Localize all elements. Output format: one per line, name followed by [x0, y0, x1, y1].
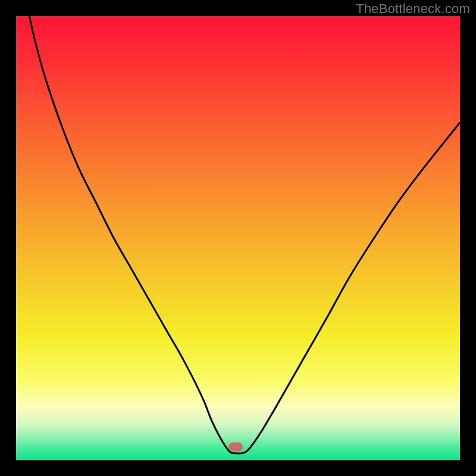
optimal-marker	[228, 443, 243, 452]
bottleneck-curve	[16, 16, 460, 460]
chart-frame: TheBottleneck.com	[0, 0, 476, 476]
plot-area	[16, 16, 460, 460]
watermark-text: TheBottleneck.com	[356, 1, 470, 17]
